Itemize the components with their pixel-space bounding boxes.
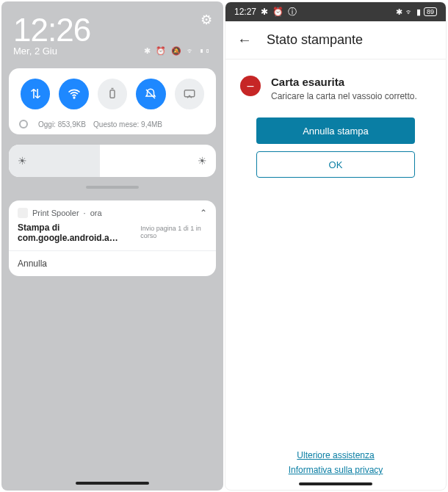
printer-icon xyxy=(18,208,28,218)
signal-icon: ▮ xyxy=(416,7,421,17)
data-usage-row: Oggi: 853,9KB Questo mese: 9,4MB xyxy=(16,115,209,129)
power-toggle[interactable] xyxy=(98,79,127,109)
app-header: ← Stato stampante xyxy=(225,21,446,59)
notification-header: Print Spooler · ora ⌃ xyxy=(18,208,207,218)
settings-gear-icon[interactable]: ⚙ xyxy=(200,12,212,28)
shade-drag-handle[interactable] xyxy=(86,186,139,189)
dnd-icon: ✱ xyxy=(261,7,268,17)
notification-cancel-action[interactable]: Annulla xyxy=(18,258,207,269)
quick-settings-row: ⇅ xyxy=(16,77,209,115)
data-usage-icon xyxy=(19,120,28,129)
alert-section: – Carta esaurita Caricare la carta nel v… xyxy=(225,59,446,194)
ok-button[interactable]: OK xyxy=(256,151,415,178)
cast-toggle[interactable] xyxy=(175,79,204,109)
date-row: Mer, 2 Giu ✱ ⏰ 🔕 ᯤ ▮▯ xyxy=(13,46,212,57)
cancel-print-button[interactable]: Annulla stampa xyxy=(256,117,415,144)
back-arrow-icon[interactable]: ← xyxy=(237,32,252,48)
status-icons: ✱ ⏰ 🔕 ᯤ ▮▯ xyxy=(144,46,212,56)
clock-time: 12:26 xyxy=(13,12,90,48)
wifi-toggle[interactable] xyxy=(59,79,88,109)
svg-rect-1 xyxy=(110,90,115,98)
status-time: 12:27 xyxy=(234,7,256,17)
status-header: 12:26 ⚙ Mer, 2 Giu ✱ ⏰ 🔕 ᯤ ▮▯ xyxy=(1,1,223,62)
print-spooler-notification[interactable]: Print Spooler · ora ⌃ Stampa di com.goog… xyxy=(9,200,216,276)
page-title: Stato stampante xyxy=(267,32,363,48)
notification-shade-screen: 12:26 ⚙ Mer, 2 Giu ✱ ⏰ 🔕 ᯤ ▮▯ ⇅ O xyxy=(1,1,223,491)
out-of-paper-alert: – Carta esaurita Caricare la carta nel v… xyxy=(240,76,431,101)
mobile-data-toggle[interactable]: ⇅ xyxy=(21,79,50,109)
alert-subtitle: Caricare la carta nel vassoio corretto. xyxy=(271,91,417,101)
help-link[interactable]: Ulteriore assistenza xyxy=(225,450,446,460)
data-today: Oggi: 853,9KB xyxy=(38,120,86,129)
notification-app: Print Spooler xyxy=(32,209,79,217)
date-text: Mer, 2 Giu xyxy=(13,46,57,57)
status-bar: 12:27 ✱ ⏰ ⓘ ✱ ᯤ ▮ 89 xyxy=(225,2,446,21)
quick-settings-card: ⇅ Oggi: 853,9KB Questo mese: 9,4MB xyxy=(9,68,216,134)
printer-status-screen: 12:27 ✱ ⏰ ⓘ ✱ ᯤ ▮ 89 ← Stato stampante –… xyxy=(225,1,447,491)
alarm-icon: ⏰ xyxy=(272,7,283,17)
divider xyxy=(9,250,216,251)
privacy-link[interactable]: Informativa sulla privacy xyxy=(225,465,446,475)
info-icon: ⓘ xyxy=(288,6,297,18)
action-buttons: Annulla stampa OK xyxy=(240,117,431,178)
home-indicator[interactable] xyxy=(299,482,372,485)
notification-title-row: Stampa di com.google.android.a… Invio pa… xyxy=(18,223,207,243)
error-minus-icon: – xyxy=(240,76,261,96)
bluetooth-icon: ✱ xyxy=(396,7,402,17)
notification-title: Stampa di com.google.android.a… xyxy=(18,223,140,243)
clock-row: 12:26 ⚙ xyxy=(13,12,212,48)
notification-time: ora xyxy=(90,209,102,217)
alert-title: Carta esaurita xyxy=(271,76,417,88)
battery-indicator: 89 xyxy=(424,7,437,16)
collapse-icon[interactable]: ⌃ xyxy=(200,208,207,218)
brightness-slider[interactable]: ☀ ☀ xyxy=(9,145,216,177)
home-indicator[interactable] xyxy=(76,482,149,485)
dnd-toggle[interactable] xyxy=(136,79,165,109)
data-month: Questo mese: 9,4MB xyxy=(93,120,162,129)
brightness-high-icon: ☀ xyxy=(198,155,207,167)
wifi-icon: ᯤ xyxy=(405,7,413,16)
notification-subtitle: Invio pagina 1 di 1 in corso xyxy=(140,225,207,239)
svg-point-0 xyxy=(73,97,75,98)
brightness-low-icon: ☀ xyxy=(18,155,27,167)
